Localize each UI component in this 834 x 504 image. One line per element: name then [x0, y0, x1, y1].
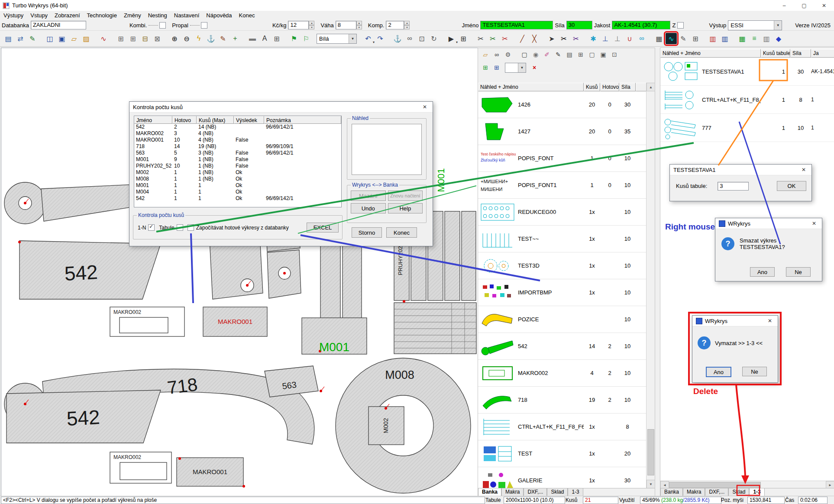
- table-row[interactable]: M00411Ok: [134, 189, 341, 195]
- table-row[interactable]: TESTSESTAVA1 1 30 AK-1.4541 (: [660, 58, 834, 86]
- select-table-icon[interactable]: ⊞: [458, 33, 469, 44]
- menu-technologie[interactable]: Technologie: [84, 12, 120, 19]
- vaha-stepper[interactable]: [356, 21, 362, 29]
- table-row[interactable]: M00111Ok: [134, 182, 341, 189]
- kombi-checkbox[interactable]: [159, 22, 166, 29]
- image-red-icon[interactable]: ▥: [707, 33, 718, 44]
- ok-button[interactable]: OK: [777, 181, 806, 191]
- col-poznamka[interactable]: Poznámka: [264, 116, 341, 124]
- col-jmeno[interactable]: Jméno: [134, 116, 172, 124]
- knife-x-icon[interactable]: ╳: [529, 33, 540, 44]
- col-nahled-jmeno[interactable]: Náhled + Jméno: [660, 49, 761, 58]
- open-folder-icon[interactable]: ▱: [68, 33, 80, 44]
- table-row[interactable]: M00811 (NB)Ok: [134, 176, 341, 182]
- minimize-icon[interactable]: [774, 0, 794, 11]
- panel-color-select[interactable]: [505, 63, 526, 73]
- table-row[interactable]: 777 1 10 1: [660, 114, 834, 142]
- glasses-icon[interactable]: ∞: [491, 49, 502, 60]
- delete-x-icon[interactable]: ×: [529, 62, 540, 73]
- table-small-icon[interactable]: ⊞: [115, 33, 126, 44]
- grid-icon[interactable]: ⊞: [690, 33, 701, 44]
- list-item[interactable]: TEST 1x 20: [478, 440, 647, 467]
- close-icon[interactable]: [814, 0, 834, 11]
- help-button[interactable]: Help: [388, 203, 423, 213]
- menu-vystupy[interactable]: Výstupy: [0, 12, 27, 19]
- list-item[interactable]: +МИШЕНИ+МИШЕНИ POPIS_FONT1 1 0 10: [478, 172, 647, 199]
- databanka-field[interactable]: ZAKLADNI: [31, 21, 86, 29]
- save-all-icon[interactable]: ▣: [56, 33, 68, 44]
- folder-import-icon[interactable]: ▨: [81, 33, 92, 44]
- chain-icon[interactable]: ∞: [404, 33, 415, 44]
- bridge2-icon[interactable]: ⊥: [612, 33, 623, 44]
- table-export-icon[interactable]: ⊠: [152, 33, 163, 44]
- col-kusu[interactable]: Kusů: [584, 83, 600, 91]
- bridge-icon[interactable]: ⊥: [600, 33, 611, 44]
- col-hotovo[interactable]: Hotovo: [172, 116, 197, 124]
- list-item[interactable]: POZICE 10: [478, 306, 647, 333]
- notes-icon[interactable]: ▤: [564, 49, 575, 60]
- col-sila[interactable]: Síla: [619, 83, 636, 91]
- table-folder-icon[interactable]: ⊟: [139, 33, 151, 44]
- copy-stamp-icon[interactable]: ⊡: [416, 33, 427, 44]
- ruler-icon[interactable]: ▬: [247, 33, 258, 44]
- menu-zmeny[interactable]: Změny: [120, 12, 145, 19]
- dialog-titlebar[interactable]: TESTSESTAVA1: [670, 165, 811, 175]
- snowflake-icon[interactable]: ✱: [588, 33, 599, 44]
- calculator-icon[interactable]: ⊞: [575, 49, 586, 60]
- zoom-in-icon[interactable]: ⊕: [169, 33, 180, 44]
- kckg-field[interactable]: 12: [288, 21, 309, 29]
- flag-green-icon[interactable]: ⚑: [288, 33, 300, 44]
- menu-napoveda[interactable]: Nápověda: [203, 12, 235, 19]
- rotate-icon[interactable]: ↻: [428, 33, 440, 44]
- list-item[interactable]: TEST3D 1x 10: [478, 252, 647, 279]
- measure-cross-icon[interactable]: +: [230, 33, 241, 44]
- scissors-add-icon[interactable]: ✂: [487, 33, 498, 44]
- pencil-icon[interactable]: ✎: [553, 49, 563, 60]
- list-item[interactable]: GALERIE 1x 30: [478, 467, 647, 488]
- table-row[interactable]: 54211Ok96/69/142/1: [134, 195, 341, 202]
- list-item[interactable]: Test českého nápisuŽluťoučký kůň POPIS_F…: [478, 145, 647, 172]
- anchor-icon[interactable]: ⚓: [392, 33, 403, 44]
- cut-a-icon[interactable]: ✂: [558, 33, 569, 44]
- list-item[interactable]: 1427 20 0 35: [478, 118, 647, 145]
- flag-mark-icon[interactable]: ⚐: [301, 33, 312, 44]
- document-icon[interactable]: ▢: [587, 49, 597, 60]
- list-item[interactable]: MAKRO002 4 2 10: [478, 360, 647, 387]
- dialog-titlebar[interactable]: Kontrola počtu kusů: [129, 102, 433, 113]
- menu-nastaveni[interactable]: Nastavení: [171, 12, 203, 19]
- output-sheet-icon[interactable]: ▤: [3, 33, 14, 44]
- list-item[interactable]: REDUKCEG00 1x 10: [478, 199, 647, 226]
- table-row[interactable]: M00191 (NB)False: [134, 156, 341, 163]
- cb-1n-checkbox[interactable]: [148, 224, 155, 231]
- table-row[interactable]: 56353 (NB)False96/69/142/1: [134, 150, 341, 156]
- list-item[interactable]: 718 19 2 10: [478, 387, 647, 414]
- table-row[interactable]: M00211 (NB)Ok: [134, 169, 341, 176]
- part-pruhy-strip[interactable]: [462, 211, 476, 300]
- close-icon[interactable]: [806, 218, 822, 229]
- list-item[interactable]: 542 14 2 10: [478, 333, 647, 360]
- list-green-icon[interactable]: ≡: [749, 33, 760, 44]
- table-row[interactable]: PRUHY202_52101 (NB)False: [134, 163, 341, 169]
- close-icon[interactable]: [796, 165, 811, 175]
- brush-icon[interactable]: ✐: [542, 49, 552, 60]
- z-checkbox[interactable]: [677, 22, 684, 29]
- undo-icon[interactable]: ↶: [362, 33, 374, 44]
- komp-field[interactable]: 2: [386, 21, 404, 29]
- color-select[interactable]: Bílá: [317, 34, 357, 44]
- col-vysledek[interactable]: Výsledek: [234, 116, 264, 124]
- close-icon[interactable]: [417, 102, 433, 112]
- col-kusu-max[interactable]: Kusů (Max): [197, 116, 234, 124]
- menu-vstupy[interactable]: Vstupy: [27, 12, 51, 19]
- maximize-icon[interactable]: [794, 0, 814, 11]
- propal-checkbox[interactable]: [201, 22, 207, 29]
- list-item[interactable]: TEST~~ 1x 10: [478, 226, 647, 252]
- dialog-titlebar[interactable]: WRykrys: [715, 218, 822, 229]
- kckg-stepper[interactable]: [309, 21, 314, 29]
- menu-nesting[interactable]: Nesting: [145, 12, 171, 19]
- menu-konec[interactable]: Konec: [236, 12, 259, 19]
- konec-button[interactable]: Konec: [386, 227, 417, 238]
- col-hotovo[interactable]: Hotovo: [600, 83, 619, 91]
- redo-icon[interactable]: ↷: [375, 33, 386, 44]
- ano-button[interactable]: Ano: [706, 367, 731, 377]
- signal-display-icon[interactable]: ∿: [666, 33, 677, 44]
